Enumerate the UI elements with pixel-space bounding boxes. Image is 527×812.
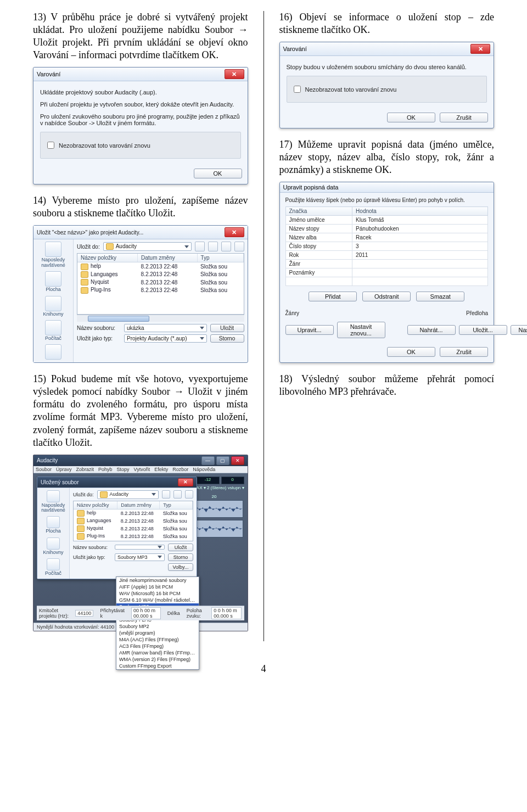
close-icon[interactable]: ✕ — [225, 69, 244, 79]
places-recent[interactable]: Naposledy navštívené — [37, 490, 69, 513]
genres-edit-button[interactable]: Upravit... — [285, 325, 334, 335]
warning1-dont-show-checkbox[interactable]: Nezobrazovat toto varování znovu — [45, 140, 236, 150]
genres-reset-button[interactable]: Nastavit znovu... — [337, 322, 385, 338]
filename-input[interactable] — [115, 545, 165, 550]
selection-start[interactable]: 00 h 00 m 00.000 s — [131, 607, 161, 619]
menu-stopy[interactable]: Stopy — [117, 467, 130, 472]
col-date[interactable]: Datum změny — [138, 254, 197, 262]
filetype-dropdown-list[interactable]: Jiné nekomprimované souboryAIFF (Apple) … — [116, 576, 199, 670]
table-row[interactable]: Jméno umělceKlus Tomáš — [285, 216, 488, 225]
menu-efekty[interactable]: Efekty — [154, 467, 168, 472]
menu-vytvorit[interactable]: Vytvořit — [134, 467, 150, 472]
list-item[interactable]: Languages8.2.2013 22:48Složka sou — [77, 271, 243, 278]
metadata-ok-button[interactable]: OK — [387, 347, 435, 357]
warning2-dont-show-checkbox[interactable]: Nezobrazovat toto varování znovu — [291, 84, 483, 94]
preset-save-button[interactable]: Uložit... — [459, 325, 507, 335]
checkbox-icon[interactable] — [294, 86, 301, 93]
filetype-option[interactable]: AIFF (Apple) 16 bit PCM — [116, 584, 199, 590]
cancel-button[interactable]: Storno — [210, 334, 244, 343]
list-item[interactable]: Nyquist8.2.2013 22:48Složka sou — [77, 278, 243, 286]
col-name[interactable]: Název položky — [77, 254, 138, 262]
save-button[interactable]: Uložit — [168, 544, 193, 551]
places-network[interactable] — [45, 344, 61, 360]
filetype-option[interactable]: Jiné nekomprimované soubory — [116, 577, 199, 584]
menu-napoveda[interactable]: Nápověda — [193, 467, 215, 472]
menu-rozbor[interactable]: Rozbor — [172, 467, 188, 472]
warning2-cancel-button[interactable]: Zrušit — [440, 113, 488, 122]
table-row[interactable]: Název albaRacek — [285, 233, 488, 242]
places-desktop[interactable]: Plocha — [46, 516, 61, 534]
file-list[interactable]: Název položky Datum změny Typ help8.2.20… — [73, 501, 193, 541]
menu-soubor[interactable]: Soubor — [36, 467, 52, 472]
metadata-remove-button[interactable]: Odstranit — [362, 292, 411, 301]
places-libraries[interactable]: Knihovny — [43, 296, 63, 317]
filetype-option[interactable]: Custom FFmpeg Export — [116, 663, 199, 669]
filetype-option[interactable]: WAV (Microsoft) 16 bit PCM — [116, 590, 199, 597]
places-libraries[interactable]: Knihovny — [43, 537, 63, 555]
table-row[interactable]: Název stopyPánubohudooken — [285, 225, 488, 233]
col-type[interactable]: Typ — [160, 501, 193, 509]
back-icon[interactable] — [195, 242, 205, 251]
table-row[interactable]: Žánr — [285, 260, 488, 268]
table-row[interactable]: Číslo stopy3 — [285, 242, 488, 251]
filetype-combo[interactable]: Projekty Audacity (*.aup) — [124, 334, 207, 343]
warning2-ok-button[interactable]: OK — [387, 113, 435, 122]
new-folder-icon[interactable] — [221, 242, 231, 251]
options-button[interactable]: Volby... — [168, 563, 193, 571]
table-row[interactable]: Rok2011 — [285, 251, 488, 260]
col-date[interactable]: Datum změny — [117, 501, 160, 509]
file-list[interactable]: Název položky Datum změny Typ help8.2.20… — [77, 253, 244, 315]
close-icon[interactable]: ✕ — [225, 227, 244, 237]
places-recent[interactable]: Naposledy navštívené — [33, 242, 73, 268]
up-icon[interactable] — [173, 490, 182, 499]
places-computer[interactable]: Počítač — [45, 320, 61, 341]
preset-default-button[interactable]: Nastavit výchozí — [511, 325, 528, 335]
up-icon[interactable] — [208, 242, 218, 251]
warning1-ok-button[interactable]: OK — [194, 169, 242, 178]
menu-upravy[interactable]: Úpravy — [56, 467, 72, 472]
metadata-cancel-button[interactable]: Zrušit — [440, 347, 488, 357]
places-computer[interactable]: Počítač — [45, 558, 61, 576]
filetype-option[interactable]: AMR (narrow band) Files (FFmpeg) — [116, 649, 199, 656]
filetype-combo[interactable]: Soubory MP3 — [115, 553, 165, 561]
project-rate-value[interactable]: 44100 — [75, 610, 93, 617]
col-name[interactable]: Název položky — [74, 501, 117, 509]
save-button[interactable]: Uložit — [210, 324, 244, 332]
view-menu-icon[interactable] — [234, 242, 244, 251]
metadata-add-button[interactable]: Přidat — [309, 292, 357, 301]
filetype-option[interactable]: GSM 6.10 WAV (mobilní rádiotelefoní spoj… — [116, 597, 199, 603]
metadata-clear-button[interactable]: Smazat — [416, 292, 464, 301]
save-in-combo[interactable]: Audacity — [97, 490, 159, 499]
close-icon[interactable]: ✕ — [178, 478, 193, 486]
view-menu-icon[interactable] — [185, 490, 193, 499]
h-scrollbar[interactable] — [77, 315, 244, 322]
list-item[interactable]: Plug-Ins8.2.2013 22:48Složka sou — [74, 533, 193, 540]
close-icon[interactable]: ✕ — [470, 44, 490, 54]
close-icon[interactable]: ✕ — [231, 456, 244, 465]
list-item[interactable]: help8.2.2013 22:48Složka sou — [77, 262, 243, 271]
list-item[interactable]: help8.2.2013 22:48Složka sou — [74, 509, 193, 517]
filetype-option[interactable]: AC3 Files (FFmpeg) — [116, 643, 199, 649]
preset-load-button[interactable]: Nahrát... — [407, 325, 456, 335]
list-item[interactable]: Nyquist8.2.2013 22:48Složka sou — [74, 525, 193, 533]
filetype-option[interactable]: M4A (AAC) Files (FFmpeg) — [116, 636, 199, 643]
back-icon[interactable] — [162, 490, 170, 499]
filetype-option[interactable]: Soubory MP2 — [116, 623, 199, 630]
col-type[interactable]: Typ — [197, 254, 243, 262]
places-desktop[interactable]: Plocha — [45, 271, 61, 292]
list-item[interactable]: Languages8.2.2013 22:48Složka sou — [74, 517, 193, 525]
list-item[interactable]: Plug-Ins8.2.2013 22:48Složka sou — [77, 286, 243, 294]
maximize-icon[interactable]: ▢ — [216, 456, 229, 465]
table-row[interactable]: Poznámky — [285, 268, 488, 277]
menu-zobrazit[interactable]: Zobrazit — [76, 467, 94, 472]
filename-input[interactable]: ukázka — [124, 324, 207, 332]
filetype-option[interactable]: (vnější program) — [116, 630, 199, 636]
checkbox-icon[interactable] — [47, 142, 54, 149]
filetype-option[interactable]: WMA (version 2) Files (FFmpeg) — [116, 656, 199, 663]
cancel-button[interactable]: Storno — [168, 553, 193, 561]
save-in-combo[interactable]: Audacity — [103, 242, 192, 251]
menu-pohyb[interactable]: Pohyb — [98, 467, 113, 472]
table-row[interactable] — [285, 277, 488, 286]
audio-position-value[interactable]: 0 0 h 00 m 00.000 s — [211, 607, 242, 619]
minimize-icon[interactable]: — — [201, 456, 215, 465]
